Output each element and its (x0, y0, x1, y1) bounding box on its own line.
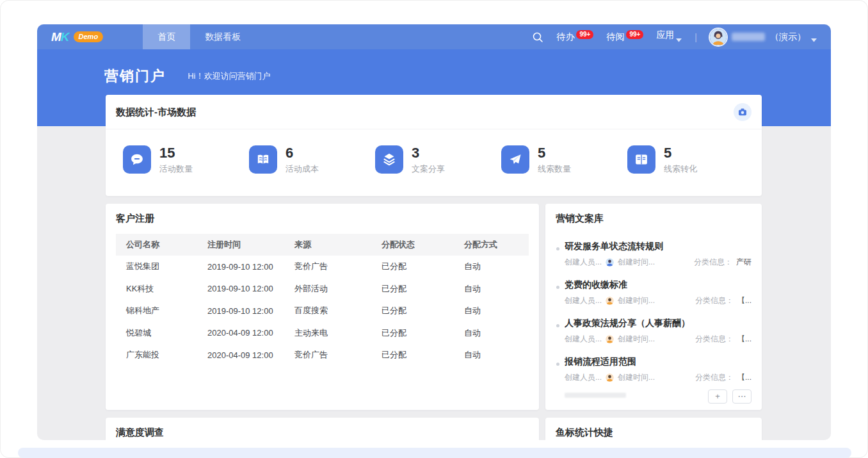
chat-bubble-icon (123, 145, 151, 174)
cell-method: 自动 (464, 327, 529, 339)
cell-method: 自动 (464, 261, 529, 272)
category-label: 分类信息： (695, 334, 734, 345)
cell-time: 2019-09-10 12:00 (207, 284, 294, 293)
library-card-title: 营销文案库 (545, 204, 762, 233)
cell-status: 已分配 (382, 349, 464, 361)
cell-method: 自动 (464, 283, 529, 295)
list-item[interactable]: 人事政策法规分享（人事薪酬） 创建人员... 创建时间... 分类信息： 【..… (556, 312, 751, 350)
category-value: 【... (737, 372, 751, 383)
category-value: 产研 (736, 257, 751, 268)
creator-label: 创建人员... (565, 334, 602, 345)
stat-copy-share: 3 文案分享 (375, 145, 501, 175)
chevron-down-icon (811, 34, 817, 44)
table-row[interactable]: 锦科地产 2019-09-10 12:00 百度搜索 已分配 自动 (116, 300, 529, 322)
search-icon[interactable] (532, 31, 543, 43)
stat-value: 6 (285, 145, 319, 161)
stat-value: 15 (159, 145, 193, 161)
stat-value: 5 (664, 145, 697, 161)
list-item-meta: 创建人员... 创建时间... 分类信息： 【... (565, 295, 751, 306)
stat-value: 5 (538, 145, 571, 161)
cell-source: 竞价广告 (294, 349, 382, 361)
table-row[interactable]: KK科技 2019-09-10 12:00 外部活动 已分配 自动 (116, 278, 529, 300)
top-navbar: MK Demo 首页 数据看板 待办 99+ 待阅 99+ (37, 24, 831, 49)
list-item[interactable]: 党费的收缴标准 创建人员... 创建时间... 分类信息： 【... (556, 274, 751, 312)
list-item-title: 报销流程适用范围 (565, 356, 751, 368)
toread-menu-item[interactable]: 待阅 99+ (606, 31, 643, 43)
cell-method: 自动 (464, 305, 529, 316)
col-company: 公司名称 (126, 239, 207, 250)
library-actions: + ⋯ (708, 389, 751, 404)
chevron-down-icon (676, 34, 682, 44)
contact-book-icon (627, 145, 655, 174)
table-row[interactable]: 广东能投 2020-04-09 12:00 竞价广告 已分配 自动 (116, 344, 529, 366)
tab-dashboard[interactable]: 数据看板 (190, 24, 255, 49)
table-row[interactable]: 悦碧城 2020-04-09 12:00 主动来电 已分配 自动 (116, 322, 529, 345)
add-button[interactable]: + (708, 389, 727, 404)
clipped-list-item (565, 393, 626, 398)
time-label: 创建时间... (618, 372, 655, 383)
app-logo[interactable]: MK Demo (51, 31, 103, 43)
cell-method: 自动 (464, 349, 529, 361)
bullet-dot-icon (556, 324, 559, 327)
stats-card-title: 数据统计-市场数据 (116, 106, 196, 119)
window-bottom-edge (18, 448, 851, 458)
user-menu[interactable]: （演示） (710, 29, 817, 45)
stat-label: 文案分享 (412, 163, 445, 175)
cell-source: 主动来电 (294, 327, 382, 339)
time-label: 创建时间... (618, 257, 655, 268)
screenshot-frame: MK Demo 首页 数据看板 待办 99+ 待阅 99+ (0, 0, 868, 458)
stat-lead-count: 5 线索数量 (501, 145, 627, 175)
cell-company: 蓝悦集团 (126, 261, 207, 272)
cell-status: 已分配 (382, 327, 464, 339)
bullet-dot-icon (556, 247, 559, 250)
category-label: 分类信息： (695, 372, 734, 383)
cell-time: 2019-09-10 12:00 (207, 306, 294, 316)
cell-source: 竞价广告 (294, 261, 382, 272)
cell-status: 已分配 (382, 283, 464, 295)
demo-badge: Demo (74, 31, 104, 42)
col-source: 来源 (294, 239, 382, 250)
col-assign-method: 分配方式 (464, 239, 529, 250)
nav-divider: | (695, 32, 697, 42)
time-label: 创建时间... (618, 334, 655, 345)
list-item-meta: 创建人员... 创建时间... 分类信息： 【... (565, 334, 751, 345)
satisfaction-survey-card: 满意度调查 (106, 418, 539, 440)
list-item[interactable]: 研发服务单状态流转规则 创建人员... 创建时间... 分类信息： 产研 (556, 235, 751, 274)
more-button[interactable]: ⋯ (732, 389, 751, 404)
stat-label: 线索数量 (538, 163, 571, 175)
stat-label: 活动成本 (285, 163, 319, 175)
creator-avatar (606, 335, 614, 343)
cell-time: 2019-09-10 12:00 (207, 262, 294, 272)
quick-card-title: 鱼标统计快捷 (545, 418, 762, 440)
cell-company: 广东能投 (126, 349, 207, 361)
creator-label: 创建人员... (565, 372, 602, 383)
copy-library-card: 营销文案库 研发服务单状态流转规则 创建人员... 创建时间... 分类信息： … (545, 204, 762, 410)
stat-activity-count: 15 活动数量 (123, 145, 249, 175)
list-item[interactable]: 报销流程适用范围 创建人员... 创建时间... 分类信息： 【... (556, 350, 751, 389)
table-row[interactable]: 蓝悦集团 2019-09-10 12:00 竞价广告 已分配 自动 (116, 256, 529, 278)
creator-avatar (606, 373, 614, 382)
cell-company: KK科技 (126, 283, 207, 295)
creator-avatar (606, 258, 614, 266)
nav-tabs: 首页 数据看板 (143, 24, 255, 49)
time-label: 创建时间... (618, 295, 655, 306)
customer-registration-card: 客户注册 公司名称 注册时间 来源 分配状态 分配方式 蓝悦集团 2019-09… (106, 204, 539, 410)
apps-label: 应用 (656, 29, 674, 41)
col-assign-status: 分配状态 (382, 239, 464, 250)
paper-plane-icon (501, 145, 529, 174)
camera-button[interactable] (734, 103, 751, 121)
survey-card-title: 满意度调查 (106, 418, 539, 440)
user-suffix: （演示） (770, 31, 806, 43)
category-label: 分类信息： (694, 257, 732, 268)
stat-label: 线索转化 (664, 163, 697, 175)
list-item-title: 党费的收缴标准 (565, 279, 751, 291)
tab-home[interactable]: 首页 (143, 24, 190, 49)
creator-label: 创建人员... (565, 295, 602, 306)
apps-menu-item[interactable]: 应用 (656, 29, 682, 44)
todo-menu-item[interactable]: 待办 99+ (556, 31, 593, 43)
bullet-dot-icon (556, 363, 559, 366)
todo-count-badge: 99+ (576, 30, 593, 39)
layers-icon (375, 145, 403, 174)
stats-card-header: 数据统计-市场数据 (106, 95, 762, 129)
stats-card: 数据统计-市场数据 15 活动数量 (106, 95, 762, 196)
